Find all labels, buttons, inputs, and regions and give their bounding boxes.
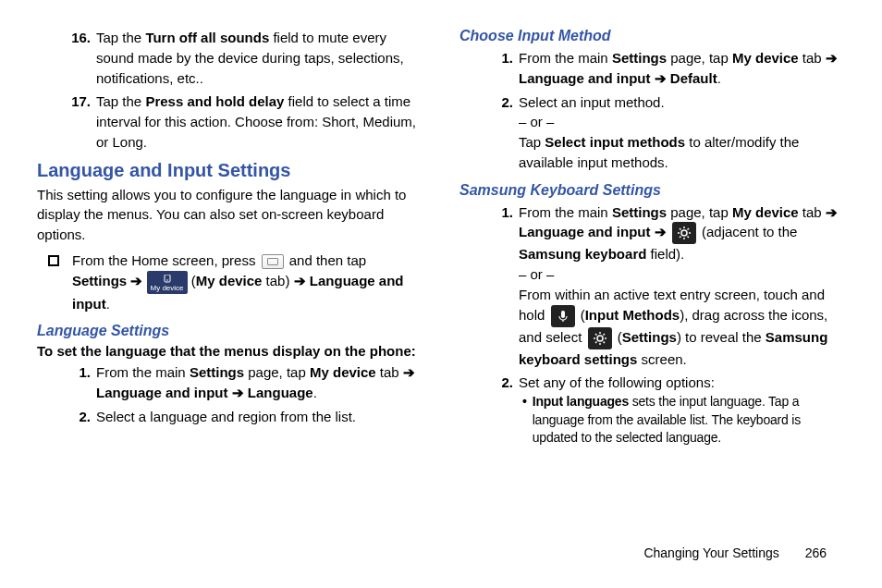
arrow-icon: ➔ [655, 70, 670, 86]
bold-text: Settings [622, 329, 677, 345]
list-item-17: 17. Tap the Press and hold delay field t… [65, 92, 423, 152]
svg-line-10 [687, 228, 689, 230]
list-body: Select an input method. – or – Tap Selec… [519, 92, 845, 173]
text: (adjacent to the [698, 224, 798, 239]
arrow-icon: ➔ [651, 224, 670, 239]
square-bullet-icon [48, 255, 59, 266]
left-column: 16. Tap the Turn off all sounds field to… [37, 28, 423, 545]
text: Tap the [96, 30, 145, 45]
bold-text: Settings [612, 204, 667, 220]
list-body: From the main Settings page, tap My devi… [96, 362, 423, 403]
text: field). [646, 246, 684, 262]
text-block: From within an active text entry screen,… [519, 285, 845, 370]
svg-point-13 [597, 336, 603, 341]
list-number: 1. [487, 202, 519, 370]
subsection-language-settings: Language Settings [37, 323, 423, 339]
list-item-1: 1. From the main Settings page, tap My d… [65, 362, 423, 403]
svg-line-18 [595, 334, 597, 336]
icon-label: My device [151, 285, 184, 292]
bold-text: Settings [190, 364, 244, 380]
text: ) to reveal the [677, 329, 766, 345]
svg-point-2 [681, 230, 687, 236]
bullet-dot-icon: • [522, 393, 527, 447]
text: page, tap [667, 50, 732, 66]
text: tab) [262, 273, 293, 288]
page-content: 16. Tap the Turn off all sounds field to… [0, 0, 882, 564]
text: page, tap [667, 204, 732, 220]
text: From the main [519, 50, 612, 66]
gear-icon [672, 222, 696, 244]
arrow-icon: ➔ [826, 204, 838, 220]
list-item-2: 2. Set any of the following options: • I… [487, 373, 845, 447]
my-device-icon: My device [147, 271, 188, 294]
list-number: 2. [487, 373, 519, 447]
list-body: Tap the Turn off all sounds field to mut… [96, 28, 423, 88]
svg-line-7 [680, 228, 681, 230]
text: Set any of the following options: [519, 373, 845, 393]
text: Tap [519, 134, 545, 150]
list-body: Select a language and region from the li… [96, 407, 423, 427]
subsection-samsung-keyboard: Samsung Keyboard Settings [459, 182, 845, 199]
bold-text: Select input methods [545, 134, 685, 150]
list-number: 16. [65, 28, 96, 88]
bold-text: My device [196, 273, 263, 288]
list-item-16: 16. Tap the Turn off all sounds field to… [65, 28, 423, 88]
bullet-home-step: From the Home screen, press and then tap… [48, 251, 423, 314]
text: From the main [96, 364, 190, 380]
bold-text: Language and input [519, 224, 651, 239]
text: From the Home screen, press [72, 252, 260, 268]
text-block: From the main Settings page, tap My devi… [519, 202, 845, 265]
bold-text: Default [670, 70, 717, 86]
text: . [717, 70, 721, 86]
subsection-choose-input: Choose Input Method [459, 28, 845, 44]
bold-text: Turn off all sounds [145, 30, 269, 45]
bold-text: My device [732, 50, 799, 66]
bold-text: Input Methods [585, 307, 680, 323]
text: screen. [637, 351, 686, 367]
or-divider: – or – [519, 264, 845, 285]
arrow-icon: ➔ [294, 273, 310, 288]
text: tab [799, 204, 826, 220]
svg-line-8 [687, 237, 689, 239]
bold-text: Press and hold delay [145, 93, 284, 109]
text: Tap the [96, 93, 145, 109]
instruction-text: To set the language that the menus displ… [37, 343, 423, 359]
microphone-icon [551, 305, 575, 327]
gear-icon [588, 327, 612, 349]
bold-text: Language [248, 385, 313, 400]
section-heading-language-input: Language and Input Settings [37, 160, 423, 181]
text: page, tap [244, 364, 310, 380]
svg-line-19 [603, 341, 605, 343]
list-item-2: 2. Select an input method. – or – Tap Se… [487, 92, 845, 173]
text: ( [614, 329, 622, 345]
svg-rect-11 [561, 311, 565, 318]
list-body: Tap the Press and hold delay field to se… [96, 92, 423, 152]
bold-text: Samsung keyboard [519, 246, 646, 262]
svg-line-21 [603, 334, 605, 336]
text: tab [376, 364, 403, 380]
right-column: Choose Input Method 1. From the main Set… [459, 28, 845, 545]
footer-section: Changing Your Settings [643, 545, 778, 560]
list-number: 2. [487, 92, 519, 173]
bold-text: Input languages [533, 394, 629, 409]
arrow-icon: ➔ [826, 50, 838, 66]
list-number: 17. [65, 92, 96, 152]
text: Select an input method. [519, 92, 845, 113]
bold-text: Settings [612, 50, 667, 66]
text: ( [577, 307, 585, 323]
text: and then tap [286, 252, 367, 268]
list-number: 1. [65, 362, 96, 403]
bullet-body: From the Home screen, press and then tap… [72, 251, 423, 314]
list-item-1: 1. From the main Settings page, tap My d… [487, 48, 845, 89]
bullet-body: Input languages sets the input language.… [533, 393, 845, 447]
text: tab [799, 50, 826, 66]
list-item-1: 1. From the main Settings page, tap My d… [487, 202, 845, 370]
arrow-icon: ➔ [403, 364, 415, 380]
bold-text: Settings [72, 273, 127, 288]
text: From the main [519, 204, 612, 220]
svg-line-20 [595, 341, 597, 343]
text: . [313, 385, 317, 400]
list-number: 2. [65, 407, 96, 427]
intro-paragraph: This setting allows you to configure the… [37, 185, 423, 245]
text: ( [188, 273, 196, 288]
